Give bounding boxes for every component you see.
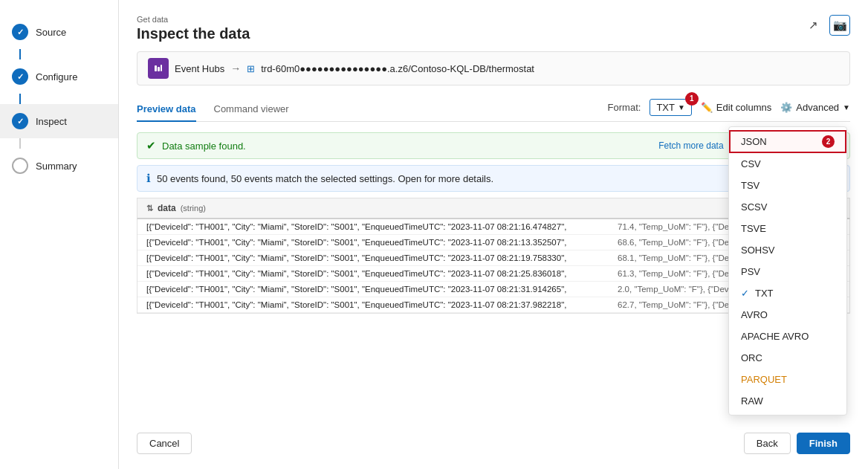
tab-command[interactable]: Command viewer — [214, 97, 289, 122]
info-icon: ℹ — [146, 172, 151, 185]
breadcrumb-arrow: → — [230, 62, 241, 74]
breadcrumb-path: trd-60m0●●●●●●●●●●●●●●●.a.z6/Contoso-KQL… — [261, 63, 534, 74]
column-type: (string) — [181, 204, 206, 213]
step-circle-configure: ✓ — [12, 68, 28, 85]
step-circle-source: ✓ — [12, 24, 28, 40]
dropdown-item-psv[interactable]: PSV — [729, 261, 846, 282]
format-dropdown-menu: JSON 2 CSV TSV SCSV TSVE SOHSV PSV ✓ TXT… — [728, 126, 847, 415]
connector-3 — [19, 138, 21, 149]
step-circle-inspect: ✓ — [12, 113, 28, 129]
sidebar-item-label-summary: Summary — [36, 161, 77, 172]
dropdown-item-avro[interactable]: AVRO — [729, 304, 846, 326]
format-dropdown[interactable]: TXT ▼ 1 — [650, 99, 691, 116]
bottom-left: Cancel — [137, 433, 192, 454]
sidebar-item-label-source: Source — [36, 27, 66, 38]
header-block: Get data Inspect the data — [137, 15, 250, 42]
cancel-button[interactable]: Cancel — [137, 433, 192, 454]
sohsv-label: SOHSV — [741, 245, 775, 256]
finish-button[interactable]: Finish — [797, 433, 850, 454]
top-icons: ↗ 📷 — [803, 15, 850, 36]
svg-rect-1 — [155, 65, 157, 71]
data-cell-left: [{"DeviceId": "TH001", "City": "Miami", … — [146, 253, 618, 262]
breadcrumb-bar: Event Hubs → ⊞ trd-60m0●●●●●●●●●●●●●●●.a… — [137, 51, 850, 85]
dropdown-item-csv[interactable]: CSV — [729, 153, 846, 175]
back-button[interactable]: Back — [744, 433, 791, 454]
event-hubs-icon — [148, 58, 169, 79]
sidebar-item-configure[interactable]: ✓ Configure — [0, 59, 118, 94]
tab-right-controls: Format: TXT ▼ 1 ✏️ Edit columns ⚙️ Advan… — [608, 99, 850, 120]
dropdown-item-parquet[interactable]: PARQUET — [729, 369, 846, 390]
dropdown-item-json[interactable]: JSON 2 — [729, 130, 846, 153]
data-cell-left: [{"DeviceId": "TH001", "City": "Miami", … — [146, 269, 618, 278]
advanced-label: Advanced — [796, 102, 839, 113]
success-message: Data sample found. — [162, 140, 246, 152]
parquet-label: PARQUET — [741, 374, 787, 385]
data-cell-left: [{"DeviceId": "TH001", "City": "Miami", … — [146, 238, 618, 247]
tab-preview[interactable]: Preview data — [137, 97, 196, 122]
raw-label: RAW — [741, 395, 763, 407]
dropdown-item-tsv[interactable]: TSV — [729, 175, 846, 196]
edit-columns-button[interactable]: ✏️ Edit columns — [701, 102, 771, 113]
bottom-bar: Cancel Back Finish — [137, 433, 850, 454]
fetch-more-link[interactable]: Fetch more data — [658, 140, 723, 151]
data-cell-left: [{"DeviceId": "TH001", "City": "Miami", … — [146, 300, 618, 309]
check-icon: ✓ — [741, 288, 749, 299]
sidebar-item-source[interactable]: ✓ Source — [0, 15, 118, 49]
sidebar-item-summary[interactable]: Summary — [0, 149, 118, 183]
tabs-bar: Preview data Command viewer Format: TXT … — [137, 97, 850, 122]
dropdown-item-orc[interactable]: ORC — [729, 347, 846, 369]
format-label: Format: — [608, 102, 641, 113]
dropdown-item-apache-avro[interactable]: APACHE AVRO — [729, 326, 846, 347]
advanced-chevron-icon: ▼ — [843, 103, 850, 111]
svg-rect-3 — [161, 65, 162, 71]
step-circle-summary — [12, 158, 28, 174]
sidebar: ✓ Source ✓ Configure ✓ Inspect Summary — [0, 0, 119, 469]
info-message: 50 events found, 50 events match the sel… — [157, 173, 493, 184]
dropdown-chevron-icon: ▼ — [678, 103, 685, 111]
tsve-label: TSVE — [741, 223, 766, 234]
camera-icon[interactable]: 📷 — [829, 15, 850, 36]
connector-1 — [19, 49, 21, 59]
avro-label: AVRO — [741, 309, 768, 320]
edit-pencil-icon: ✏️ — [701, 102, 713, 113]
sidebar-item-label-configure: Configure — [36, 71, 77, 83]
column-name: data — [158, 203, 176, 213]
format-value: TXT — [656, 102, 675, 113]
gear-icon: ⚙️ — [780, 102, 792, 113]
edit-columns-label: Edit columns — [716, 102, 771, 113]
psv-label: PSV — [741, 266, 760, 277]
orc-label: ORC — [741, 352, 762, 363]
get-data-label: Get data — [137, 15, 250, 24]
page-title: Inspect the data — [137, 25, 250, 42]
main-content: Get data Inspect the data ↗ 📷 Event Hubs… — [119, 0, 868, 469]
table-icon: ⊞ — [247, 63, 255, 74]
json-label: JSON — [741, 136, 767, 147]
dropdown-item-scsv[interactable]: SCSV — [729, 196, 846, 218]
dropdown-item-raw[interactable]: RAW — [729, 390, 846, 412]
tsv-label: TSV — [741, 180, 760, 191]
data-cell-left: [{"DeviceId": "TH001", "City": "Miami", … — [146, 285, 618, 294]
dropdown-item-tsve[interactable]: TSVE — [729, 218, 846, 239]
top-bar: Get data Inspect the data ↗ 📷 — [137, 15, 850, 42]
advanced-button[interactable]: ⚙️ Advanced ▼ — [780, 102, 850, 113]
badge-1: 1 — [685, 92, 699, 106]
event-hubs-label: Event Hubs — [175, 63, 224, 74]
scsv-label: SCSV — [741, 201, 767, 213]
apache-avro-label: APACHE AVRO — [741, 331, 809, 342]
sidebar-item-inspect[interactable]: ✓ Inspect — [0, 104, 118, 138]
connector-2 — [19, 94, 21, 104]
expand-icon[interactable]: ↗ — [803, 15, 823, 36]
csv-label: CSV — [741, 158, 761, 169]
txt-label: TXT — [755, 288, 774, 299]
dropdown-item-sohsv[interactable]: SOHSV — [729, 239, 846, 261]
dropdown-item-txt[interactable]: ✓ TXT — [729, 282, 846, 304]
badge-2: 2 — [822, 135, 835, 148]
sidebar-item-label-inspect: Inspect — [36, 116, 67, 127]
bottom-right: Back Finish — [744, 433, 850, 454]
success-icon: ✔ — [146, 139, 156, 152]
sort-icon: ⇅ — [146, 204, 153, 213]
svg-rect-2 — [158, 67, 160, 71]
data-cell-left: [{"DeviceId": "TH001", "City": "Miami", … — [146, 222, 618, 231]
